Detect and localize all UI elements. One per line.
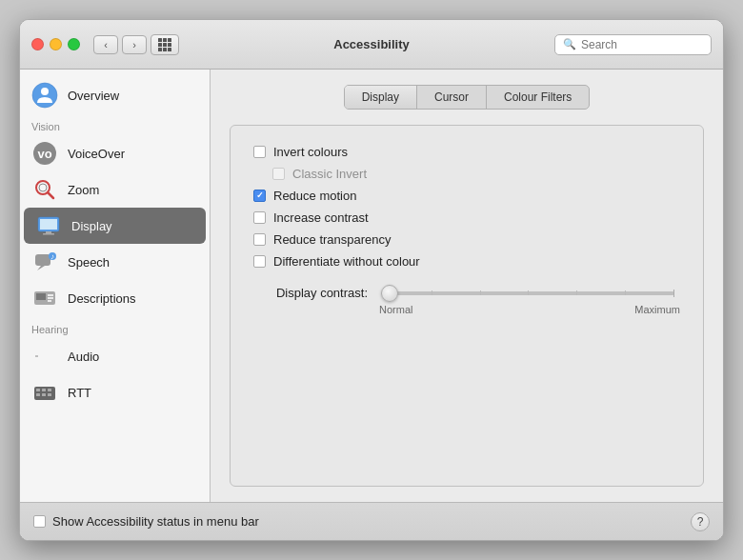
svg-text:♪: ♪ <box>50 252 54 261</box>
increase-contrast-checkbox[interactable] <box>253 211 266 224</box>
sidebar-item-descriptions-label: Descriptions <box>68 291 136 306</box>
tab-colour-filters[interactable]: Colour Filters <box>487 86 589 109</box>
sidebar-item-audio[interactable]: Audio <box>20 338 210 374</box>
forward-button[interactable]: › <box>122 35 147 54</box>
svg-point-6 <box>39 184 47 191</box>
classic-invert-checkbox[interactable] <box>272 168 285 180</box>
slider-max-label: Maximum <box>634 304 680 315</box>
search-icon: 🔍 <box>563 38 576 50</box>
invert-colours-checkbox[interactable] <box>253 146 266 158</box>
svg-marker-12 <box>37 266 45 270</box>
grid-button[interactable] <box>151 34 179 55</box>
minimize-button[interactable] <box>50 38 62 50</box>
slider-track <box>383 291 674 295</box>
maximize-button[interactable] <box>68 38 80 50</box>
descriptions-icon <box>31 285 58 311</box>
grid-icon <box>158 38 171 51</box>
main-content: Display Cursor Colour Filters Invert col… <box>211 70 723 502</box>
svg-rect-26 <box>42 389 46 391</box>
back-button[interactable]: ‹ <box>93 35 118 54</box>
svg-line-5 <box>48 192 53 198</box>
reduce-motion-row: Reduce motion <box>253 189 680 203</box>
help-button[interactable]: ? <box>691 512 710 531</box>
differentiate-colour-row: Differentiate without colour <box>253 254 680 269</box>
nav-buttons: ‹ › <box>93 35 147 54</box>
invert-colours-row: Invert colours <box>253 145 680 159</box>
slider-row: Display contrast: <box>253 286 680 300</box>
sidebar-item-audio-label: Audio <box>68 350 99 364</box>
svg-rect-10 <box>43 233 54 235</box>
sidebar-item-zoom-label: Zoom <box>68 183 99 197</box>
content-area: Invert colours Classic Invert Reduce mot… <box>230 125 704 487</box>
sidebar: Overview Vision vo VoiceOver <box>20 70 211 502</box>
reduce-transparency-label: Reduce transparency <box>273 232 392 247</box>
svg-rect-30 <box>48 393 51 396</box>
window-body: Overview Vision vo VoiceOver <box>20 70 723 502</box>
vision-section-label: Vision <box>20 113 210 135</box>
traffic-lights <box>31 38 80 50</box>
svg-rect-29 <box>42 393 46 396</box>
slider-labels: Normal Maximum <box>253 304 680 315</box>
svg-text:vo: vo <box>37 147 51 161</box>
reduce-motion-label: Reduce motion <box>273 189 356 203</box>
increase-contrast-row: Increase contrast <box>253 210 680 225</box>
search-box[interactable]: 🔍 <box>554 34 712 55</box>
sidebar-item-display[interactable]: Display <box>24 208 206 244</box>
sidebar-item-speech[interactable]: ♪ Speech <box>20 244 210 280</box>
sidebar-item-speech-label: Speech <box>68 255 110 270</box>
svg-rect-8 <box>40 219 57 230</box>
zoom-icon <box>31 176 58 203</box>
differentiate-colour-checkbox[interactable] <box>253 255 266 268</box>
search-input[interactable] <box>581 38 705 51</box>
svg-rect-25 <box>36 389 40 391</box>
speech-icon: ♪ <box>31 249 58 275</box>
classic-invert-row: Classic Invert <box>253 167 680 181</box>
slider-thumb[interactable] <box>381 285 398 302</box>
sidebar-item-overview-label: Overview <box>68 89 119 103</box>
show-status-row: Show Accessibility status in menu bar <box>33 514 259 529</box>
invert-colours-label: Invert colours <box>273 145 348 159</box>
reduce-transparency-checkbox[interactable] <box>253 233 266 246</box>
sidebar-item-voiceover[interactable]: vo VoiceOver <box>20 135 210 171</box>
display-icon <box>35 212 62 239</box>
bottom-bar: Show Accessibility status in menu bar ? <box>20 502 723 540</box>
slider-min-label: Normal <box>379 304 412 315</box>
show-status-label: Show Accessibility status in menu bar <box>52 514 259 529</box>
main-window: ‹ › Accessibility 🔍 <box>19 19 724 541</box>
audio-icon <box>31 343 58 370</box>
tab-display[interactable]: Display <box>345 86 417 109</box>
reduce-motion-checkbox[interactable] <box>253 190 266 202</box>
window-title: Accessibility <box>333 37 410 51</box>
tabs-bar: Display Cursor Colour Filters <box>230 85 704 110</box>
sidebar-item-rtt-label: RTT <box>68 386 91 400</box>
show-status-checkbox[interactable] <box>33 515 46 528</box>
reduce-transparency-row: Reduce transparency <box>253 232 680 247</box>
voiceover-icon: vo <box>31 140 58 167</box>
sidebar-item-display-label: Display <box>71 219 112 233</box>
hearing-section-label: Hearing <box>20 316 210 338</box>
svg-rect-27 <box>48 389 51 391</box>
svg-rect-11 <box>35 254 50 266</box>
rtt-icon <box>31 379 58 406</box>
overview-icon <box>31 82 58 109</box>
increase-contrast-label: Increase contrast <box>273 210 369 225</box>
svg-point-1 <box>41 88 49 95</box>
tab-cursor[interactable]: Cursor <box>417 86 487 109</box>
svg-rect-28 <box>36 393 40 396</box>
differentiate-colour-label: Differentiate without colour <box>273 254 420 269</box>
tabs-group: Display Cursor Colour Filters <box>344 85 591 110</box>
sidebar-item-zoom[interactable]: Zoom <box>20 171 210 208</box>
sidebar-item-rtt[interactable]: RTT <box>20 374 210 410</box>
close-button[interactable] <box>31 38 44 50</box>
svg-rect-16 <box>36 293 46 300</box>
sidebar-item-voiceover-label: VoiceOver <box>68 147 125 161</box>
sidebar-item-descriptions[interactable]: Descriptions <box>20 280 210 316</box>
display-contrast-section: Display contrast: <box>253 286 680 315</box>
sidebar-item-overview[interactable]: Overview <box>20 77 210 113</box>
titlebar: ‹ › Accessibility 🔍 <box>20 20 723 70</box>
classic-invert-label: Classic Invert <box>292 167 367 181</box>
display-contrast-label: Display contrast: <box>253 286 368 300</box>
